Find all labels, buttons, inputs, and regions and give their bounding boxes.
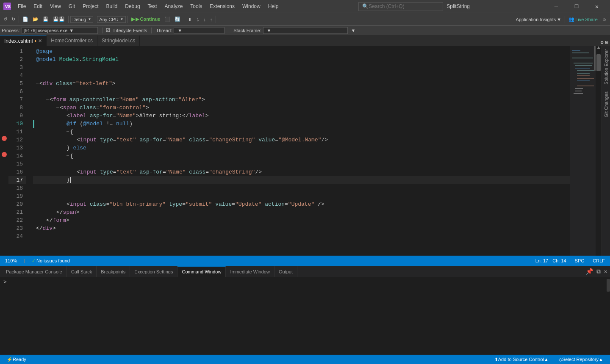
menu-build[interactable]: Build: [103, 3, 121, 10]
step-over[interactable]: ⤵: [195, 16, 201, 23]
minimize-button[interactable]: ─: [546, 0, 566, 13]
tab-index-modified: •: [34, 38, 36, 44]
search-box[interactable]: 🔍: [358, 2, 443, 11]
gutter-8: [0, 102, 8, 110]
panel-close-button[interactable]: ✕: [603, 267, 608, 276]
tab-command-window[interactable]: Command Window: [177, 266, 226, 277]
pause-button[interactable]: ⏸: [186, 16, 194, 23]
fold-5[interactable]: ─: [36, 80, 39, 88]
panel-float-button[interactable]: ⧉: [596, 267, 602, 276]
restart-button[interactable]: 🔄: [173, 16, 182, 23]
tab-index-close[interactable]: ✕: [38, 38, 42, 44]
search-input[interactable]: [369, 3, 432, 9]
menu-file[interactable]: File: [14, 3, 29, 10]
tab-package-manager[interactable]: Package Manager Console: [2, 266, 67, 277]
git-changes-tab[interactable]: Git Changes: [603, 88, 610, 121]
menu-help[interactable]: Help: [265, 3, 282, 10]
tab-call-stack[interactable]: Call Stack: [67, 266, 97, 277]
menu-edit[interactable]: Edit: [30, 3, 46, 10]
toolbar-save[interactable]: 💾: [41, 16, 50, 23]
stop-button[interactable]: ⬛: [163, 16, 172, 23]
debug-config-arrow: ▼: [88, 17, 91, 21]
select-repo-label: Select Repository: [562, 357, 599, 362]
split-icon[interactable]: ⊟: [605, 39, 608, 46]
menu-test[interactable]: Test: [144, 3, 161, 10]
bottom-panel-content[interactable]: >: [0, 277, 610, 355]
maximize-button[interactable]: □: [567, 0, 586, 13]
add-source-control-button[interactable]: ⬆ Add to Source Control ▲: [491, 355, 552, 364]
lifecycle-checkbox[interactable]: ☑: [104, 28, 112, 33]
platform-dropdown[interactable]: Any CPU ▼: [97, 16, 125, 23]
scroll-thumb[interactable]: [596, 54, 601, 71]
breakpoint-14[interactable]: [2, 152, 7, 157]
fold-11[interactable]: ─: [67, 128, 69, 136]
debug-config-label: Debug: [72, 17, 86, 22]
menu-debug[interactable]: Debug: [122, 3, 143, 10]
gutter-12: [0, 134, 8, 142]
fold-8[interactable]: ─: [56, 104, 59, 112]
tab-stringmodel[interactable]: StringModel.cs: [97, 36, 140, 46]
bottom-scrollbar[interactable]: [606, 277, 610, 355]
tab-immediate-window[interactable]: Immediate Window: [226, 266, 274, 277]
issues-status[interactable]: ✓ No issues found: [30, 258, 72, 264]
feedback-button[interactable]: ☺: [600, 16, 608, 23]
menu-extensions[interactable]: Extensions: [206, 3, 238, 10]
process-dropdown[interactable]: [9176] iisexpress.exe ▼: [22, 27, 98, 34]
toolbar-open[interactable]: 📂: [31, 16, 40, 23]
check-icon: ✓: [32, 258, 36, 264]
select-repository-button[interactable]: ◇ Select Repository ▲: [555, 355, 607, 364]
line-ending[interactable]: CRLF: [591, 258, 607, 263]
live-share-button[interactable]: 👥 Live Share: [567, 16, 599, 23]
menu-view[interactable]: View: [47, 3, 64, 10]
app-insights-label: Application Insights: [516, 17, 556, 22]
line-numbers: 1 2 3 4 5 6 7 8 9 10 11 12 13 14 15 16 1…: [8, 46, 30, 256]
scroll-up[interactable]: ▲: [596, 46, 601, 50]
tab-breakpoints[interactable]: Breakpoints: [97, 266, 130, 277]
editor-scrollbar[interactable]: ▲: [596, 46, 602, 256]
play-button[interactable]: ▶ ▶ Continue: [130, 16, 162, 23]
toolbar-new[interactable]: 📄: [21, 16, 30, 23]
tab-index-cshtml[interactable]: Index.cshtml • ✕: [0, 36, 47, 46]
solution-explorer-tab[interactable]: Solution Explorer: [603, 46, 610, 88]
fold-14[interactable]: ─: [67, 152, 69, 160]
tab-homecontroller[interactable]: HomeController.cs: [47, 36, 97, 46]
tab-spacer: [140, 36, 599, 46]
editor-main: 1 2 3 4 5 6 7 8 9 10 11 12 13 14 15 16 1…: [0, 46, 610, 256]
debug-config-dropdown[interactable]: Debug ▼: [70, 16, 93, 23]
step-into[interactable]: ↓: [202, 16, 208, 23]
svg-rect-4: [572, 58, 593, 58]
tab-exception-settings[interactable]: Exception Settings: [130, 266, 177, 277]
app-insights-button[interactable]: Application Insights ▼: [514, 16, 563, 23]
code-editor[interactable]: @page @model Models.StringModel ─ <div c…: [30, 46, 570, 256]
zoom-control[interactable]: 110%: [3, 258, 19, 263]
search-icon: 🔍: [362, 3, 369, 10]
fold-7[interactable]: ─: [46, 96, 49, 104]
toolbar-redo[interactable]: ↻: [10, 16, 17, 23]
thread-dropdown[interactable]: ▼: [174, 27, 225, 34]
close-button[interactable]: ✕: [587, 0, 607, 13]
ln-20: 20: [8, 200, 26, 208]
step-out[interactable]: ↑: [208, 16, 214, 23]
stackframe-dropdown[interactable]: ▼: [263, 27, 348, 34]
menu-tools[interactable]: Tools: [187, 3, 205, 10]
code-line-5: ─ <div class="text-left">: [33, 80, 570, 88]
tab-output[interactable]: Output: [274, 266, 297, 277]
tab-bar: Index.cshtml • ✕ HomeController.cs Strin…: [0, 35, 610, 46]
menu-project[interactable]: Project: [79, 3, 102, 10]
settings-icon[interactable]: ⚙: [601, 39, 604, 46]
bottom-scroll-thumb[interactable]: [607, 279, 610, 292]
toolbar-saveall[interactable]: 💾💾: [51, 16, 67, 23]
editor-controls[interactable]: ⚙ ⊟: [599, 39, 610, 46]
toolbar-undo[interactable]: ↺: [2, 16, 9, 23]
menu-analyze[interactable]: Analyze: [161, 3, 186, 10]
panel-pin-button[interactable]: 📌: [585, 267, 594, 276]
stackframe-expand[interactable]: ▼: [349, 28, 358, 33]
ln-5: 5: [8, 80, 26, 88]
menu-window[interactable]: Window: [239, 3, 264, 10]
platform-label: Any CPU: [99, 17, 118, 22]
menu-git[interactable]: Git: [65, 3, 78, 10]
breakpoint-12[interactable]: [2, 136, 7, 141]
indent-type[interactable]: SPC: [573, 258, 586, 263]
svg-rect-11: [577, 78, 596, 79]
svg-rect-16: [574, 93, 583, 94]
